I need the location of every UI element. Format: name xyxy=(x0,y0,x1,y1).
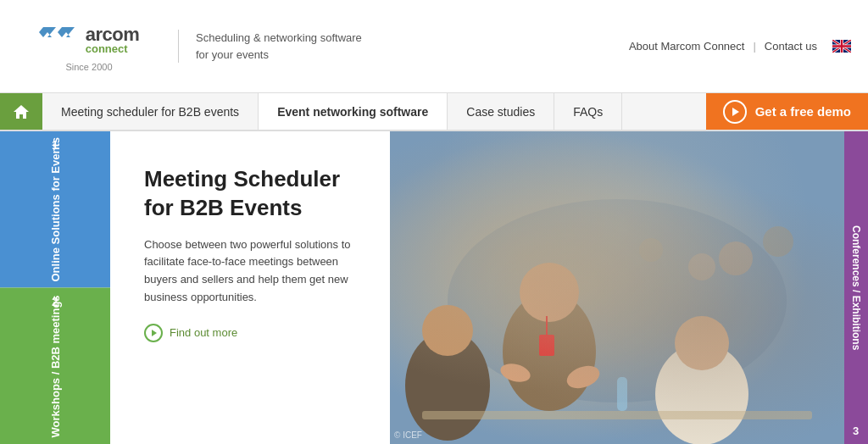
demo-play-icon xyxy=(723,100,747,124)
logo-since: Since 2000 xyxy=(65,62,112,72)
hero-image: © ICEF xyxy=(390,131,844,444)
navbar: Meeting scheduler for B2B events Event n… xyxy=(0,93,868,131)
image-copyright: © ICEF xyxy=(394,430,422,440)
right-tab-label: Conferences / Exhibitions xyxy=(850,225,862,350)
image-overlay xyxy=(390,131,844,444)
logo[interactable]: arcom connect xyxy=(39,20,140,58)
nav-item-meeting-scheduler[interactable]: Meeting scheduler for B2B events xyxy=(42,93,259,130)
about-link[interactable]: About Marcom Connect xyxy=(629,40,745,53)
logo-icon xyxy=(39,20,86,58)
play-arrow-icon xyxy=(732,108,739,116)
right-tab-number: 3 xyxy=(853,425,860,437)
right-tab-conferences[interactable]: Conferences / Exhibitions xyxy=(844,131,868,444)
find-out-icon xyxy=(144,324,163,342)
hero-section: Online Solutions for Events 1 Workshops … xyxy=(0,131,868,444)
logo-area: arcom connect Since 2000 xyxy=(17,20,161,72)
header: arcom connect Since 2000 Scheduling & ne… xyxy=(0,0,868,93)
header-nav: About Marcom Connect | Contact us xyxy=(629,40,851,53)
side-tab-number-2: 2 xyxy=(52,295,58,308)
tagline: Scheduling & networking software for you… xyxy=(196,30,629,63)
logo-text: arcom connect xyxy=(86,24,140,55)
nav-item-event-networking[interactable]: Event networking software xyxy=(259,93,448,130)
contact-link[interactable]: Contact us xyxy=(765,40,817,53)
nav-divider: | xyxy=(753,40,755,53)
right-tab-wrapper: Conferences / Exhibitions 3 xyxy=(844,131,868,444)
side-tab-number-1: 1 xyxy=(52,138,58,152)
flag-icon xyxy=(832,40,851,53)
find-out-link[interactable]: Find out more xyxy=(144,324,364,342)
side-tab-online-solutions[interactable]: Online Solutions for Events 1 xyxy=(0,131,110,288)
hero-content: Meeting Scheduler for B2B Events Choose … xyxy=(110,131,390,444)
hero-description: Choose between two powerful solutions to… xyxy=(144,236,364,307)
home-icon xyxy=(13,103,30,120)
home-button[interactable] xyxy=(0,93,42,130)
hero-title: Meeting Scheduler for B2B Events xyxy=(144,165,364,223)
nav-item-case-studies[interactable]: Case studies xyxy=(448,93,554,130)
nav-item-faqs[interactable]: FAQs xyxy=(554,93,622,130)
side-tab-workshops[interactable]: Workshops / B2B meetings 2 xyxy=(0,288,110,445)
find-arrow-icon xyxy=(152,330,157,336)
tagline-area: Scheduling & networking software for you… xyxy=(178,30,629,63)
demo-button[interactable]: Get a free demo xyxy=(706,93,868,130)
left-tabs: Online Solutions for Events 1 Workshops … xyxy=(0,131,110,444)
